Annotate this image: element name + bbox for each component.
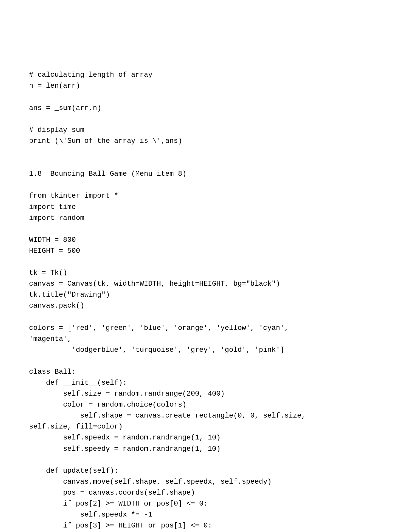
code-container: # calculating length of array n = len(ar… — [0, 0, 411, 532]
code-block: # calculating length of array n = len(ar… — [29, 48, 382, 532]
